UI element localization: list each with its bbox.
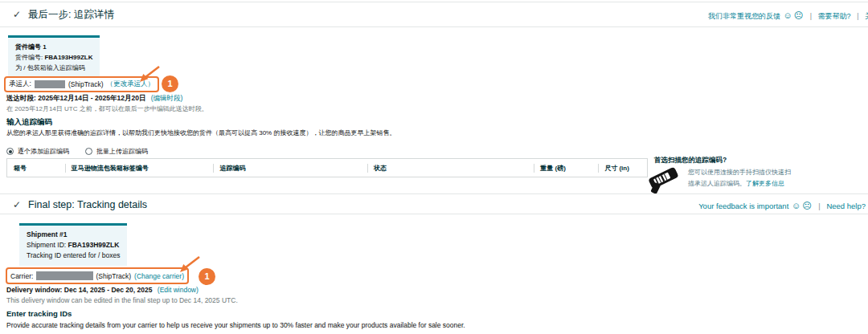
seller-central-tracking-page: ✓最后一步: 追踪详情 我们非常重视您的反馈 ☺☹ | 需要帮助? | 关闭 货… [0,0,868,334]
cn-delivery-window-row: 送达时段: 2025年12月14日 - 2025年12月20日 (编辑时段) [6,94,182,103]
en-carrier-label: Carrier: [10,272,33,280]
frown-icon[interactable]: ☹ [794,10,803,20]
radio-add-individually-label: 逐个添加追踪编码 [18,147,69,156]
radio-bulk-upload-label: 批量上传追踪编码 [96,147,148,156]
shipment-id: FBA193H99ZLK [44,54,92,61]
cn-enter-tracking-desc: 从您的承运人那里获得准确的追踪详情，以帮助我们更快地接收您的货件（最高可以提高 … [6,128,395,137]
en-annotation-badge-1: 1 [199,268,215,285]
redacted-carrier-name [35,80,65,88]
cn-tracking-entered-line: 为 / 包装箱输入追踪编码 [15,63,92,73]
cn-header-links: 我们非常重视您的反馈 ☺☹ | 需要帮助? | 关闭 [708,10,868,22]
cn-panel-header: ✓最后一步: 追踪详情 [13,8,114,22]
cn-carrier-label: 承运人: [9,79,31,89]
en-shipment-card: Shipment #1 Shipment ID: FBA193H99ZLK Tr… [19,223,127,266]
panel-top-border [0,2,868,2]
divider: | [818,202,820,210]
annotation-arrow-icon [173,255,202,274]
divider: | [857,12,858,20]
cn-tracking-table-header: 箱号 亚马逊物流包装箱标签编号 追踪编码 状态 重量 (磅) 尺寸 (in) [6,158,648,177]
en-delivery-window: Delivery window: Dec 14, 2025 - Dec 20, … [6,286,152,294]
cn-shipment-name: 货件编号 1 [15,42,92,52]
radio-bulk-upload[interactable] [85,148,92,155]
check-icon: ✓ [13,9,21,20]
col-weight: 重量 (磅) [527,159,592,177]
col-dimensions: 尺寸 (in) [592,159,647,177]
en-enter-tracking-heading: Enter tracking IDs [6,309,72,318]
frown-icon[interactable]: ☹ [802,201,811,210]
cn-feedback-label: 我们非常重视您的反馈 [708,12,780,20]
cn-annotation-badge-1: 1 [162,75,178,92]
col-status: 状态 [361,159,527,177]
learn-more-link[interactable]: 了解更多信息 [746,180,784,187]
barcode-scanner-icon [645,166,684,193]
column-divider [213,164,214,173]
cn-panel-title: 最后一步: 追踪详情 [28,9,114,20]
col-box-number: 箱号 [7,159,59,177]
radio-add-individually[interactable] [6,148,14,155]
en-enter-tracking-desc: Provide accurate tracking details from y… [6,321,465,330]
cn-header-divider [0,26,868,27]
column-divider [598,164,599,173]
annotation-arrow-icon [133,64,162,84]
cn-shipment-card: 货件编号 1 货件编号: FBA193H99ZLK 为 / 包装箱输入追踪编码 [8,35,100,78]
cn-delivery-window: 送达时段: 2025年12月14日 - 2025年12月20日 [6,94,145,102]
column-divider [65,164,66,173]
cn-shipment-id-line: 货件编号: FBA193H99ZLK [15,52,92,63]
en-delivery-window-row: Delivery window: Dec 14, 2025 - Dec 20, … [6,286,199,295]
en-carrier-service: (ShipTrack) [96,272,132,280]
en-feedback-label: Your feedback is important [698,202,788,210]
cn-edit-window-link[interactable]: (编辑时段) [151,94,183,102]
col-fba-box-label: 亚马逊物流包装箱标签编号 [59,159,207,177]
en-shipment-name: Shipment #1 [27,230,120,240]
scan-promo-title: 首选扫描您的追踪编码? [654,156,727,165]
en-edit-window-link[interactable]: (Edit window) [158,286,199,294]
divider: | [810,12,812,20]
col-tracking-id: 追踪编码 [207,159,361,177]
scan-promo-line1: 您可以使用连接的手持扫描仪快速扫 [688,168,791,177]
smile-icon[interactable]: ☺ [784,10,792,20]
column-divider [534,164,534,173]
cn-enter-tracking-heading: 输入追踪编码 [6,117,52,128]
en-header-divider [0,214,868,214]
check-icon: ✓ [13,199,21,210]
smile-icon[interactable]: ☺ [792,201,800,210]
cn-delivery-note: 在 2025年12月14日 UTC 之前，都可以在最后一步中编辑此送达时段。 [6,104,208,113]
redacted-carrier-name [36,271,92,280]
en-delivery-note: This delivery window can be edited in th… [6,296,238,305]
scan-promo-line2: 描承运人追踪编码。了解更多信息 [688,179,784,189]
column-divider [367,164,368,173]
en-shipment-id-line: Shipment ID: FBA193H99ZLK [27,240,120,250]
en-panel-header: ✓Final step: Tracking details [13,199,147,210]
en-help-link[interactable]: Need help? [826,202,866,210]
cn-help-link[interactable]: 需要帮助? [818,12,851,20]
en-header-links: Your feedback is important ☺☹ | Need hel… [698,201,866,211]
cn-carrier-service: (ShipTrack) [68,80,104,88]
cn-close-link[interactable]: 关闭 [865,12,868,20]
shipment-id: FBA193H99ZLK [68,241,120,249]
en-panel-top-border [0,193,868,194]
en-tracking-entered-line: Tracking ID entered for / boxes [27,250,120,261]
en-panel-title: Final step: Tracking details [28,199,147,210]
cn-radio-group: 逐个添加追踪编码 批量上传追踪编码 [6,147,148,156]
en-carrier-row: Carrier: (ShipTrack) (Change carrier) [6,267,189,284]
